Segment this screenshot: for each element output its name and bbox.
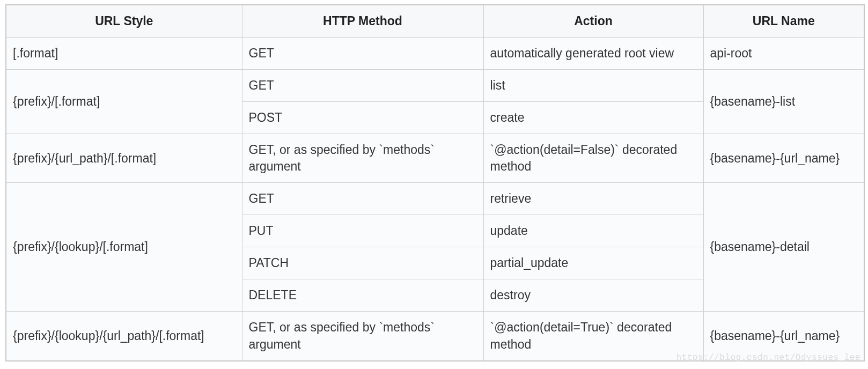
cell-url-style: {prefix}/[.format]	[6, 70, 242, 134]
cell-action: `@action(detail=True)` decorated method	[483, 312, 703, 361]
cell-action: automatically generated root view	[483, 38, 703, 70]
cell-url-name: {basename}-{url_name}	[703, 134, 864, 183]
cell-action: retrieve	[483, 183, 703, 215]
col-header-http-method: HTTP Method	[242, 5, 483, 38]
cell-url-name: api-root	[703, 38, 864, 70]
table-header-row: URL Style HTTP Method Action URL Name	[6, 5, 864, 38]
cell-action: update	[483, 215, 703, 247]
cell-http-method: GET	[242, 70, 483, 102]
cell-url-name: {basename}-detail	[703, 183, 864, 312]
cell-url-name: {basename}-list	[703, 70, 864, 134]
cell-http-method: GET	[242, 183, 483, 215]
cell-url-style: {prefix}/{lookup}/{url_path}/[.format]	[6, 312, 242, 361]
cell-http-method: PUT	[242, 215, 483, 247]
cell-http-method: GET, or as specified by `methods` argume…	[242, 134, 483, 183]
cell-url-style: [.format]	[6, 38, 242, 70]
cell-http-method: GET, or as specified by `methods` argume…	[242, 312, 483, 361]
cell-http-method: POST	[242, 102, 483, 134]
cell-http-method: GET	[242, 38, 483, 70]
col-header-url-name: URL Name	[703, 5, 864, 38]
table-row: {prefix}/[.format] GET list {basename}-l…	[6, 70, 864, 102]
cell-action: `@action(detail=False)` decorated method	[483, 134, 703, 183]
cell-action: list	[483, 70, 703, 102]
table-row: {prefix}/{url_path}/[.format] GET, or as…	[6, 134, 864, 183]
table-row: {prefix}/{lookup}/{url_path}/[.format] G…	[6, 312, 864, 361]
cell-url-style: {prefix}/{lookup}/[.format]	[6, 183, 242, 312]
cell-action: create	[483, 102, 703, 134]
col-header-url-style: URL Style	[6, 5, 242, 38]
cell-url-style: {prefix}/{url_path}/[.format]	[6, 134, 242, 183]
col-header-action: Action	[483, 5, 703, 38]
table-row: [.format] GET automatically generated ro…	[6, 38, 864, 70]
url-routing-table: URL Style HTTP Method Action URL Name [.…	[5, 4, 865, 361]
cell-http-method: DELETE	[242, 279, 483, 312]
cell-http-method: PATCH	[242, 247, 483, 279]
cell-url-name: {basename}-{url_name}	[703, 312, 864, 361]
table-row: {prefix}/{lookup}/[.format] GET retrieve…	[6, 183, 864, 215]
cell-action: partial_update	[483, 247, 703, 279]
cell-action: destroy	[483, 279, 703, 312]
